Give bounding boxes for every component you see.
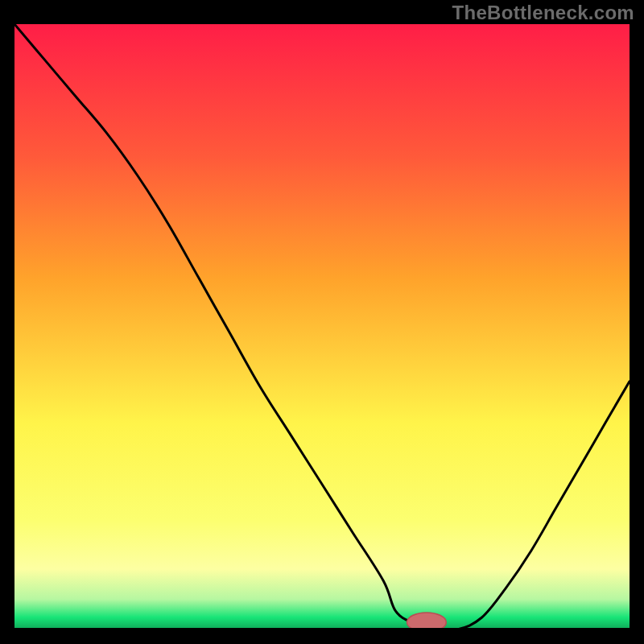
plot-area (14, 24, 630, 630)
watermark-text: TheBottleneck.com (452, 2, 634, 24)
chart-frame: TheBottleneck.com (0, 0, 644, 644)
chart-svg (14, 24, 630, 630)
optimal-marker (407, 613, 447, 630)
